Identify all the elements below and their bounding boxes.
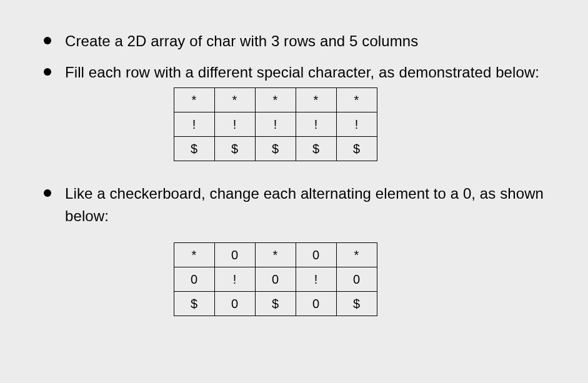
cell: !	[174, 112, 214, 137]
bullet-text-3: Like a checkerboard, change each alterna…	[65, 182, 548, 227]
cell: !	[214, 112, 255, 137]
table-row: * 0 * 0 *	[174, 243, 377, 267]
table-row: $ 0 $ 0 $	[174, 292, 377, 316]
cell: $	[214, 137, 255, 161]
cell: $	[255, 292, 296, 316]
cell: $	[174, 292, 214, 316]
cell: 0	[336, 267, 377, 292]
table-initial: * * * * * ! ! ! ! ! $ $ $ $	[174, 87, 377, 161]
cell: *	[296, 88, 336, 112]
cell: 0	[174, 267, 214, 292]
cell: $	[255, 137, 296, 161]
cell: !	[214, 267, 255, 292]
cell: *	[174, 243, 214, 267]
cell: $	[336, 137, 377, 161]
cell: !	[296, 112, 336, 137]
cell: !	[336, 112, 377, 137]
table-row: ! ! ! ! !	[174, 112, 377, 137]
cell: $	[336, 292, 377, 316]
cell: !	[255, 112, 296, 137]
cell: *	[255, 243, 296, 267]
cell: *	[336, 88, 377, 112]
cell: *	[214, 88, 255, 112]
cell: *	[255, 88, 296, 112]
cell: 0	[214, 292, 255, 316]
bullet-item-3: Like a checkerboard, change each alterna…	[40, 182, 548, 329]
bullet-item-2: Fill each row with a different special c…	[40, 61, 548, 174]
cell: !	[296, 267, 336, 292]
bullet-text-1: Create a 2D array of char with 3 rows an…	[65, 30, 548, 52]
cell: 0	[214, 243, 255, 267]
cell: $	[296, 137, 336, 161]
cell: 0	[255, 267, 296, 292]
cell: *	[174, 88, 214, 112]
bullet-text-2: Fill each row with a different special c…	[65, 61, 548, 84]
table-checkerboard: * 0 * 0 * 0 ! 0 ! 0 $ 0 $ 0	[174, 242, 377, 316]
cell: $	[174, 137, 214, 161]
table-row: $ $ $ $ $	[174, 137, 377, 161]
table-row: * * * * *	[174, 88, 377, 112]
bullet-item-1: Create a 2D array of char with 3 rows an…	[40, 30, 548, 52]
cell: 0	[296, 243, 336, 267]
cell: *	[336, 243, 377, 267]
cell: 0	[296, 292, 336, 316]
table-row: 0 ! 0 ! 0	[174, 267, 377, 292]
